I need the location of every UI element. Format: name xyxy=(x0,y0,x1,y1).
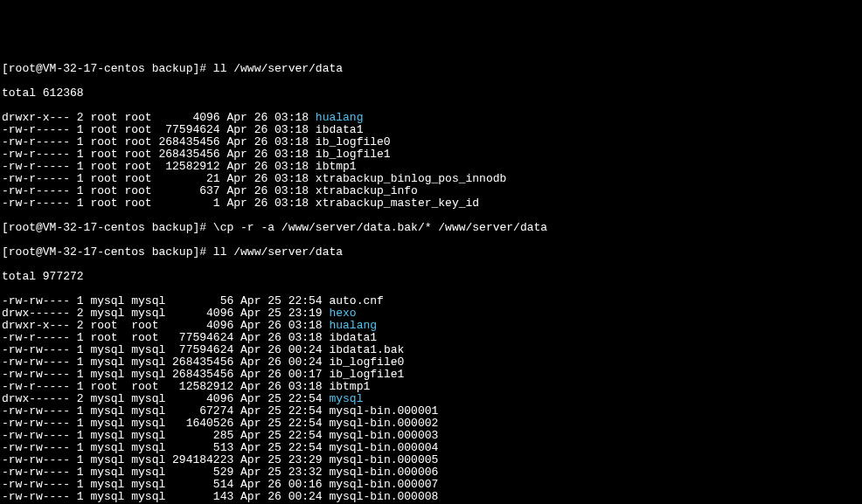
directory-name: hexo xyxy=(329,307,356,320)
prompt-line-1: [root@VM-32-17-centos backup]# ll /www/s… xyxy=(2,63,860,75)
file-permissions: -rw-rw---- 1 mysql mysql 67274 Apr 25 22… xyxy=(2,404,329,418)
prompt-line-2: [root@VM-32-17-centos backup]# \cp -r -a… xyxy=(2,222,860,234)
file-entry: -rw-r----- 1 root root 268435456 Apr 26 … xyxy=(2,136,860,148)
prompt-line-3: [root@VM-32-17-centos backup]# ll /www/s… xyxy=(2,246,860,259)
total-line-2: total 977272 xyxy=(2,271,860,283)
file-entry: -rw-rw---- 1 mysql mysql 514 Apr 26 00:1… xyxy=(2,479,860,491)
command-3: ll /www/server/data xyxy=(213,245,343,259)
file-name: mysql-bin.000008 xyxy=(329,490,438,503)
file-entry: -rw-r----- 1 root root 268435456 Apr 26 … xyxy=(2,148,860,161)
file-entry: -rw-rw---- 1 mysql mysql 77594624 Apr 26… xyxy=(2,344,860,356)
file-permissions: -rw-rw---- 1 mysql mysql 268435456 Apr 2… xyxy=(2,356,329,369)
file-entry: -rw-rw---- 1 mysql mysql 513 Apr 25 22:5… xyxy=(2,442,860,454)
file-name: ib_logfile1 xyxy=(316,148,391,161)
file-entry: drwxr-x--- 2 root root 4096 Apr 26 03:18… xyxy=(2,320,860,332)
file-name: ib_logfile1 xyxy=(329,368,404,381)
file-entry: -rw-rw---- 1 mysql mysql 268435456 Apr 2… xyxy=(2,356,860,369)
file-permissions: -rw-rw---- 1 mysql mysql 56 Apr 25 22:54 xyxy=(2,294,329,307)
file-name: ib_logfile0 xyxy=(329,356,404,369)
file-permissions: -rw-r----- 1 root root 77594624 Apr 26 0… xyxy=(2,331,329,344)
file-permissions: -rw-r----- 1 root root 268435456 Apr 26 … xyxy=(2,135,316,148)
file-name: xtrabackup_master_key_id xyxy=(316,197,479,210)
file-permissions: drwxr-x--- 2 root root 4096 Apr 26 03:18 xyxy=(2,111,316,124)
file-entry: -rw-rw---- 1 mysql mysql 56 Apr 25 22:54… xyxy=(2,295,860,307)
file-permissions: -rw-rw---- 1 mysql mysql 285 Apr 25 22:5… xyxy=(2,429,329,442)
file-name: ibtmp1 xyxy=(329,380,370,393)
directory-name: mysql xyxy=(329,392,363,405)
file-entry: -rw-r----- 1 root root 12582912 Apr 26 0… xyxy=(2,161,860,173)
file-name: mysql-bin.000002 xyxy=(329,417,438,430)
file-permissions: -rw-rw---- 1 mysql mysql 514 Apr 26 00:1… xyxy=(2,478,329,491)
file-permissions: -rw-rw---- 1 mysql mysql 1640526 Apr 25 … xyxy=(2,417,329,430)
file-permissions: -rw-r----- 1 root root 637 Apr 26 03:18 xyxy=(2,184,316,197)
file-permissions: -rw-rw---- 1 mysql mysql 294184223 Apr 2… xyxy=(2,453,329,466)
file-entry: drwx------ 2 mysql mysql 4096 Apr 25 23:… xyxy=(2,307,860,320)
file-permissions: -rw-r----- 1 root root 77594624 Apr 26 0… xyxy=(2,123,316,136)
file-entry: -rw-rw---- 1 mysql mysql 143 Apr 26 00:2… xyxy=(2,491,860,503)
total-line-1: total 612368 xyxy=(2,87,860,100)
file-permissions: drwx------ 2 mysql mysql 4096 Apr 25 22:… xyxy=(2,392,329,405)
prompt-text: [root@VM-32-17-centos backup]# xyxy=(2,221,213,234)
file-permissions: -rw-rw---- 1 mysql mysql 529 Apr 25 23:3… xyxy=(2,466,329,479)
file-entry: -rw-r----- 1 root root 637 Apr 26 03:18 … xyxy=(2,185,860,197)
file-entry: -rw-r----- 1 root root 77594624 Apr 26 0… xyxy=(2,124,860,136)
file-permissions: -rw-rw---- 1 mysql mysql 268435456 Apr 2… xyxy=(2,368,329,381)
file-name: mysql-bin.000004 xyxy=(329,441,438,454)
file-entry: -rw-rw---- 1 mysql mysql 294184223 Apr 2… xyxy=(2,454,860,466)
prompt-text: [root@VM-32-17-centos backup]# xyxy=(2,62,213,75)
file-name: mysql-bin.000007 xyxy=(329,478,438,491)
file-name: ibdata1.bak xyxy=(329,343,404,356)
file-permissions: -rw-r----- 1 root root 12582912 Apr 26 0… xyxy=(2,160,316,173)
file-permissions: -rw-r----- 1 root root 268435456 Apr 26 … xyxy=(2,148,316,161)
prompt-text: [root@VM-32-17-centos backup]# xyxy=(2,245,213,259)
file-permissions: -rw-r----- 1 root root 1 Apr 26 03:18 xyxy=(2,197,316,210)
file-name: mysql-bin.000005 xyxy=(329,453,438,466)
command-1: ll /www/server/data xyxy=(213,62,343,75)
command-2: \cp -r -a /www/server/data.bak/* /www/se… xyxy=(213,221,547,234)
file-entry: drwx------ 2 mysql mysql 4096 Apr 25 22:… xyxy=(2,393,860,405)
file-list-1: drwxr-x--- 2 root root 4096 Apr 26 03:18… xyxy=(2,112,860,210)
file-entry: -rw-r----- 1 root root 77594624 Apr 26 0… xyxy=(2,332,860,344)
file-entry: -rw-rw---- 1 mysql mysql 529 Apr 25 23:3… xyxy=(2,466,860,479)
file-permissions: -rw-rw---- 1 mysql mysql 143 Apr 26 00:2… xyxy=(2,490,329,503)
file-name: auto.cnf xyxy=(329,294,383,307)
terminal[interactable]: [root@VM-32-17-centos backup]# ll /www/s… xyxy=(2,51,860,504)
file-name: mysql-bin.000001 xyxy=(329,404,438,418)
file-entry: -rw-r----- 1 root root 21 Apr 26 03:18 x… xyxy=(2,173,860,185)
file-name: ibdata1 xyxy=(316,123,364,136)
file-permissions: -rw-rw---- 1 mysql mysql 513 Apr 25 22:5… xyxy=(2,441,329,454)
file-entry: -rw-r----- 1 root root 12582912 Apr 26 0… xyxy=(2,381,860,393)
file-permissions: -rw-rw---- 1 mysql mysql 77594624 Apr 26… xyxy=(2,343,329,356)
file-name: mysql-bin.000003 xyxy=(329,429,438,442)
file-permissions: -rw-r----- 1 root root 21 Apr 26 03:18 xyxy=(2,172,316,185)
directory-name: hualang xyxy=(316,111,364,124)
file-name: ibtmp1 xyxy=(316,160,357,173)
file-permissions: -rw-r----- 1 root root 12582912 Apr 26 0… xyxy=(2,380,329,393)
file-entry: -rw-rw---- 1 mysql mysql 285 Apr 25 22:5… xyxy=(2,430,860,442)
file-permissions: drwxr-x--- 2 root root 4096 Apr 26 03:18 xyxy=(2,319,329,332)
file-name: xtrabackup_binlog_pos_innodb xyxy=(316,172,506,185)
file-entry: -rw-rw---- 1 mysql mysql 67274 Apr 25 22… xyxy=(2,405,860,418)
file-name: mysql-bin.000006 xyxy=(329,466,438,479)
file-name: ib_logfile0 xyxy=(316,135,391,148)
file-entry: -rw-rw---- 1 mysql mysql 1640526 Apr 25 … xyxy=(2,418,860,430)
file-entry: -rw-rw---- 1 mysql mysql 268435456 Apr 2… xyxy=(2,369,860,381)
file-list-2: -rw-rw---- 1 mysql mysql 56 Apr 25 22:54… xyxy=(2,295,860,504)
directory-name: hualang xyxy=(329,319,377,332)
file-name: ibdata1 xyxy=(329,331,377,344)
file-permissions: drwx------ 2 mysql mysql 4096 Apr 25 23:… xyxy=(2,307,329,320)
file-name: xtrabackup_info xyxy=(316,184,418,197)
file-entry: drwxr-x--- 2 root root 4096 Apr 26 03:18… xyxy=(2,112,860,124)
file-entry: -rw-r----- 1 root root 1 Apr 26 03:18 xt… xyxy=(2,197,860,210)
